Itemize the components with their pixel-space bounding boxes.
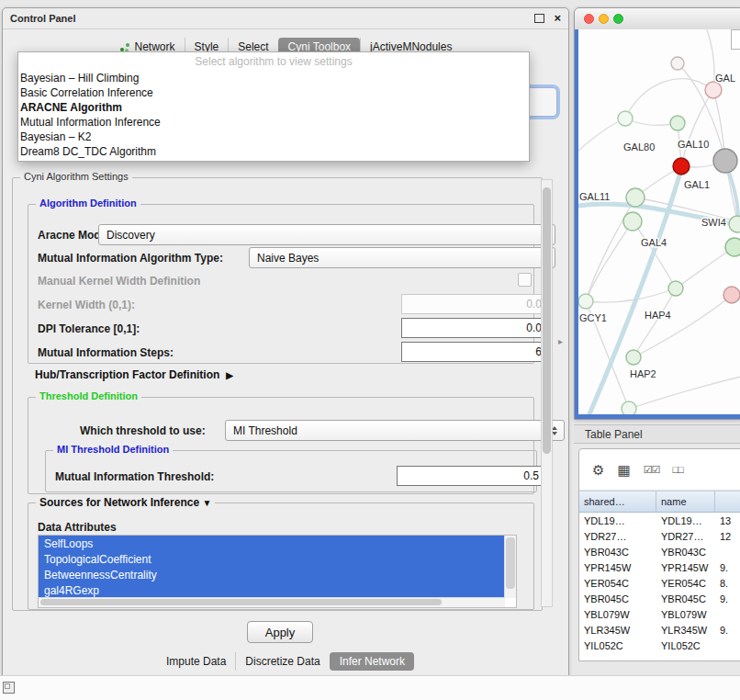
apply-button[interactable]: Apply: [247, 621, 313, 643]
close-window-icon[interactable]: ×: [554, 14, 561, 23]
attributes-horizontal-scrollbar[interactable]: [39, 597, 505, 607]
mi-threshold-input[interactable]: 0.5: [397, 466, 545, 486]
table-cell: YIL052C: [656, 638, 715, 653]
network-canvas-svg: GALGAL80GAL10GAL1GAL11SWI4GAL4GCY1HAP4HA…: [578, 29, 740, 414]
table-panel-header: Table Panel: [574, 424, 740, 444]
network-node[interactable]: [723, 287, 740, 303]
kernel-width-input[interactable]: 0.0: [401, 294, 548, 314]
attribute-item-gal4rgexp[interactable]: gal4RGexp: [39, 582, 505, 598]
deselect-all-columns-icon[interactable]: □□: [672, 465, 682, 475]
table-row[interactable]: YPR145WYPR145W9.: [579, 559, 740, 575]
network-node[interactable]: [622, 401, 636, 414]
network-node-label: GAL11: [579, 191, 610, 202]
select-all-columns-icon[interactable]: ☑☑: [644, 465, 660, 475]
table-cell: YDR27…: [656, 528, 715, 544]
network-node-label: GAL10: [678, 139, 709, 150]
algorithm-definition-group: Algorithm Definition Aracne Mode: Discov…: [28, 204, 534, 364]
table-cell: 9.: [715, 591, 740, 606]
network-node[interactable]: [578, 294, 593, 309]
table-row[interactable]: YDR27…YDR27…12: [579, 528, 740, 544]
network-node[interactable]: [626, 188, 645, 207]
table-row[interactable]: YBR043CYBR043C: [579, 544, 740, 559]
mi-algorithm-type-select[interactable]: Naive Bayes: [249, 247, 555, 268]
algorithm-dropdown: Select algorithm to view settings Bayesi…: [17, 51, 530, 162]
expanded-arrow-icon[interactable]: ▼: [202, 498, 211, 508]
column-header-2[interactable]: name: [656, 491, 715, 512]
tab-infer-network[interactable]: Infer Network: [330, 652, 414, 671]
algorithm-option-basic-correlation-inference[interactable]: Basic Correlation Inference: [18, 85, 529, 100]
network-node[interactable]: [729, 216, 740, 232]
table-cell: YDL19…: [656, 513, 715, 528]
table-row[interactable]: YBL079WYBL079W: [579, 606, 740, 622]
network-node[interactable]: [626, 350, 641, 365]
zoom-traffic-light-icon[interactable]: [613, 14, 623, 24]
column-header-3[interactable]: [715, 491, 740, 512]
hub-definition-toggle[interactable]: Hub/Transcription Factor Definition ▶: [35, 368, 233, 381]
network-node[interactable]: [668, 281, 683, 296]
mi-algorithm-type-label: Mutual Information Algorithm Type:: [38, 252, 223, 265]
algorithm-definition-legend: Algorithm Definition: [36, 198, 140, 209]
attribute-item-selfloops[interactable]: SelfLoops: [39, 536, 505, 551]
window-buttons: ×: [534, 14, 561, 23]
table-header-row: shared…name: [579, 491, 740, 513]
aracne-mode-select[interactable]: Discovery: [98, 224, 555, 245]
tab-impute-data[interactable]: Impute Data: [157, 652, 235, 671]
algorithm-option-mutual-information-inference[interactable]: Mutual Information Inference: [18, 115, 529, 130]
table-row[interactable]: YIL052CYIL052C: [579, 638, 740, 653]
table-row[interactable]: YER054CYER054C8.: [579, 575, 740, 591]
algorithm-option-dream8-dc-tdc-algorithm[interactable]: Dream8 DC_TDC Algorithm: [18, 144, 529, 159]
network-node[interactable]: [671, 57, 684, 70]
algorithm-option-bayesian-k2[interactable]: Bayesian – K2: [18, 130, 529, 144]
network-node[interactable]: [673, 158, 690, 175]
tab-discretize-data[interactable]: Discretize Data: [235, 652, 329, 671]
attribute-item-topologicalcoefficient[interactable]: TopologicalCoefficient: [39, 551, 505, 567]
mi-threshold-definition-legend: MI Threshold Definition: [53, 444, 173, 455]
bottom-tabs: Impute DataDiscretize DataInfer Network: [3, 650, 568, 672]
control-panel: Control Panel × NetworkStyleSelectCyni T…: [2, 7, 569, 676]
network-node-label: GAL1: [684, 179, 710, 190]
network-icon: [119, 42, 130, 52]
column-header-1[interactable]: shared…: [579, 491, 656, 512]
table-cell: YBR045C: [656, 591, 715, 606]
table-row[interactable]: YLR345WYLR345W9.: [579, 622, 740, 638]
table-cell: YBL079W: [579, 606, 656, 622]
network-node-label: GAL4: [641, 237, 667, 248]
network-window-titlebar: [575, 8, 740, 30]
close-traffic-light-icon[interactable]: [584, 14, 594, 24]
table-cell: 12: [715, 528, 740, 544]
minimize-traffic-light-icon[interactable]: [599, 14, 609, 24]
network-node-label: HAP4: [645, 310, 671, 321]
table-cell: YDR27…: [579, 528, 656, 544]
table-row[interactable]: YBR045CYBR045C9.: [579, 591, 740, 606]
which-threshold-select[interactable]: MI Threshold: [225, 420, 565, 441]
control-panel-titlebar: Control Panel ×: [3, 8, 568, 29]
tab-impute-data-label: Impute Data: [166, 655, 226, 668]
restore-panel-icon[interactable]: [3, 682, 15, 694]
manual-kernel-width-checkbox[interactable]: [518, 273, 532, 287]
splitter-arrow-icon[interactable]: ▸: [558, 336, 563, 346]
network-node[interactable]: [705, 82, 722, 98]
network-node[interactable]: [670, 116, 685, 130]
network-scrollbar-button[interactable]: [731, 29, 740, 50]
mi-steps-input[interactable]: 6: [401, 342, 548, 362]
network-node[interactable]: [713, 149, 737, 173]
dpi-tolerance-label: DPI Tolerance [0,1]:: [38, 322, 140, 335]
gear-icon[interactable]: ⚙: [592, 463, 604, 477]
table-cell: YER054C: [656, 575, 715, 591]
sources-group: Sources for Network Inference ▼ Data Att…: [28, 502, 534, 610]
algorithm-dropdown-list: Bayesian – Hill ClimbingBasic Correlatio…: [18, 71, 529, 159]
algorithm-option-bayesian-hill-climbing[interactable]: Bayesian – Hill Climbing: [18, 71, 529, 85]
show-columns-icon[interactable]: ▦: [617, 463, 630, 477]
network-edge: [681, 90, 713, 166]
dpi-tolerance-input[interactable]: 0.0: [401, 318, 548, 338]
float-window-icon[interactable]: [534, 14, 544, 23]
network-node[interactable]: [618, 111, 633, 126]
network-node[interactable]: [623, 212, 642, 231]
algorithm-option-aracne-algorithm[interactable]: ARACNE Algorithm: [18, 100, 529, 115]
settings-scrollbar[interactable]: [541, 179, 553, 607]
table-row[interactable]: YDL19…YDL19…13: [579, 513, 740, 528]
attributes-vertical-scrollbar[interactable]: [504, 536, 516, 598]
network-node[interactable]: [725, 238, 740, 256]
attribute-item-betweennesscentrality[interactable]: BetweennessCentrality: [39, 567, 505, 582]
settings-scrollbar-thumb[interactable]: [543, 187, 551, 454]
